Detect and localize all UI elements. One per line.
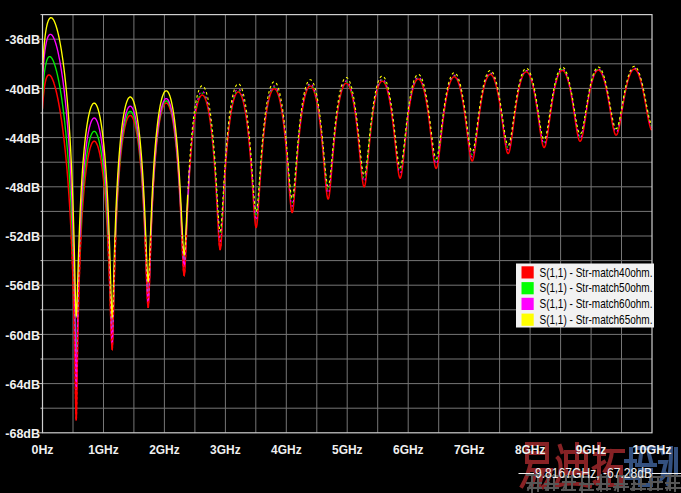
svg-text:S(1,1) - Str-match40ohm.: S(1,1) - Str-match40ohm. — [540, 265, 653, 280]
svg-text:-68dB: -68dB — [5, 427, 40, 441]
svg-text:9.8167GHz, -67.28dB: 9.8167GHz, -67.28dB — [535, 465, 652, 481]
svg-text:-52dB: -52dB — [5, 230, 40, 244]
svg-text:9GHz: 9GHz — [576, 443, 607, 457]
svg-text:4GHz: 4GHz — [271, 443, 302, 457]
svg-text:7GHz: 7GHz — [454, 443, 485, 457]
svg-text:0Hz: 0Hz — [32, 443, 54, 457]
svg-text:-60dB: -60dB — [5, 329, 40, 343]
svg-text:-44dB: -44dB — [5, 132, 40, 146]
svg-text:10GHz: 10GHz — [633, 443, 672, 457]
svg-text:-56dB: -56dB — [5, 279, 40, 293]
svg-text:-64dB: -64dB — [5, 378, 40, 392]
svg-text:-48dB: -48dB — [5, 181, 40, 195]
svg-text:6GHz: 6GHz — [393, 443, 424, 457]
svg-text:S(1,1) - Str-match50ohm.: S(1,1) - Str-match50ohm. — [540, 280, 653, 295]
svg-text:5GHz: 5GHz — [332, 443, 363, 457]
svg-text:-40dB: -40dB — [5, 83, 40, 97]
svg-text:1GHz: 1GHz — [88, 443, 119, 457]
svg-text:S(1,1) - Str-match65ohm.: S(1,1) - Str-match65ohm. — [540, 312, 653, 327]
svg-text:S(1,1) - Str-match60ohm.: S(1,1) - Str-match60ohm. — [540, 296, 653, 311]
svg-text:3GHz: 3GHz — [210, 443, 241, 457]
svg-text:2GHz: 2GHz — [149, 443, 180, 457]
svg-text:-36dB: -36dB — [5, 33, 40, 47]
svg-text:8GHz: 8GHz — [515, 443, 546, 457]
